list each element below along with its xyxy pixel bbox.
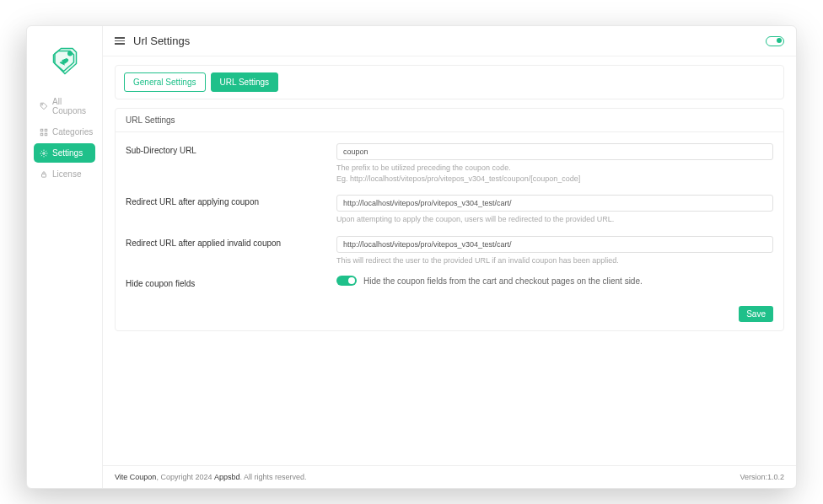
redirect-ok-hint: Upon attempting to apply the coupon, use… bbox=[336, 214, 773, 225]
svg-point-2 bbox=[42, 105, 43, 105]
svg-point-7 bbox=[43, 152, 46, 154]
grid-icon bbox=[40, 128, 48, 137]
footer-version: Version:1.0.2 bbox=[740, 473, 784, 481]
lock-icon bbox=[40, 170, 48, 179]
redirect-ok-label: Redirect URL after applying coupon bbox=[126, 194, 336, 206]
svg-rect-3 bbox=[40, 129, 43, 131]
menu-toggle-icon[interactable] bbox=[115, 37, 125, 45]
svg-rect-6 bbox=[45, 133, 47, 136]
redirect-ok-input[interactable] bbox=[336, 195, 773, 212]
app-logo: Vite bbox=[27, 35, 102, 90]
page-title: Url Settings bbox=[133, 35, 190, 47]
sidebar-item-label: License bbox=[52, 169, 81, 179]
tab-url-settings[interactable]: URL Settings bbox=[211, 72, 279, 92]
gear-icon bbox=[40, 149, 48, 158]
tab-general-settings[interactable]: General Settings bbox=[124, 72, 206, 92]
sidebar-item-all-coupons[interactable]: All Coupons bbox=[34, 92, 95, 121]
sidebar-item-license[interactable]: License bbox=[34, 164, 95, 184]
tabs-container: General Settings URL Settings bbox=[115, 65, 784, 99]
svg-rect-5 bbox=[40, 133, 43, 136]
svg-rect-4 bbox=[45, 129, 47, 131]
sidebar-item-categories[interactable]: Categories bbox=[34, 122, 95, 142]
theme-toggle[interactable] bbox=[766, 36, 784, 46]
redirect-bad-label: Redirect URL after applied invalid coupo… bbox=[126, 235, 336, 248]
tag-icon bbox=[40, 102, 48, 110]
panel-title: URL Settings bbox=[116, 109, 783, 132]
save-button[interactable]: Save bbox=[739, 306, 773, 322]
hide-label: Hide coupon fields bbox=[126, 276, 336, 288]
sub-dir-input[interactable] bbox=[336, 143, 773, 160]
redirect-bad-input[interactable] bbox=[336, 236, 773, 253]
hide-coupon-toggle[interactable] bbox=[336, 276, 357, 286]
svg-rect-8 bbox=[42, 174, 46, 177]
sidebar-item-label: All Coupons bbox=[52, 97, 89, 115]
redirect-bad-hint: This will redirect the user to the provi… bbox=[336, 255, 773, 266]
footer-left: Vite Coupon, Copyright 2024 Appsbd. All … bbox=[115, 473, 306, 481]
hide-coupon-desc: Hide the coupon fields from the cart and… bbox=[363, 276, 643, 286]
sidebar-item-label: Categories bbox=[52, 127, 93, 137]
sidebar-item-label: Settings bbox=[52, 148, 83, 158]
sidebar-item-settings[interactable]: Settings bbox=[34, 143, 95, 163]
sub-dir-label: Sub-Directory URL bbox=[126, 142, 336, 155]
sub-dir-hint: The prefix to be utilized preceding the … bbox=[336, 163, 773, 184]
